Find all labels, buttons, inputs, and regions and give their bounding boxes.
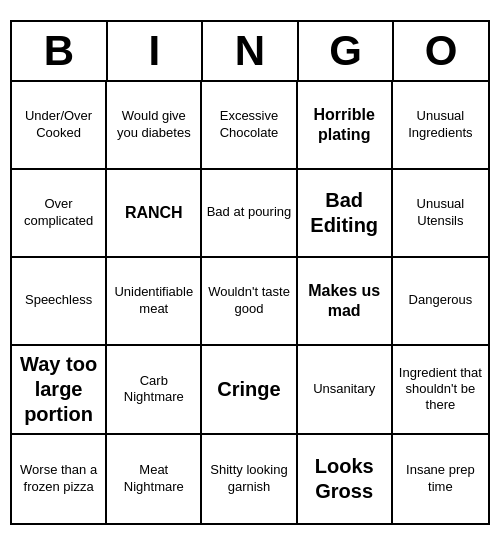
bingo-cell-9[interactable]: Unusual Utensils xyxy=(393,170,488,258)
bingo-cell-15[interactable]: Way too large portion xyxy=(12,346,107,435)
bingo-cell-23[interactable]: Looks Gross xyxy=(298,435,393,523)
bingo-cell-16[interactable]: Carb Nightmare xyxy=(107,346,202,435)
header-letter-o: O xyxy=(394,22,488,80)
bingo-cell-3[interactable]: Horrible plating xyxy=(298,82,393,170)
bingo-cell-18[interactable]: Unsanitary xyxy=(298,346,393,435)
bingo-cell-12[interactable]: Wouldn't taste good xyxy=(202,258,297,346)
bingo-cell-6[interactable]: RANCH xyxy=(107,170,202,258)
bingo-card: BINGO Under/Over CookedWould give you di… xyxy=(10,20,490,525)
header-letter-i: I xyxy=(108,22,204,80)
bingo-cell-0[interactable]: Under/Over Cooked xyxy=(12,82,107,170)
bingo-header: BINGO xyxy=(12,22,488,82)
bingo-cell-10[interactable]: Speechless xyxy=(12,258,107,346)
bingo-cell-8[interactable]: Bad Editing xyxy=(298,170,393,258)
bingo-cell-14[interactable]: Dangerous xyxy=(393,258,488,346)
bingo-cell-22[interactable]: Shitty looking garnish xyxy=(202,435,297,523)
bingo-cell-1[interactable]: Would give you diabetes xyxy=(107,82,202,170)
bingo-cell-24[interactable]: Insane prep time xyxy=(393,435,488,523)
bingo-grid: Under/Over CookedWould give you diabetes… xyxy=(12,82,488,523)
bingo-cell-13[interactable]: Makes us mad xyxy=(298,258,393,346)
header-letter-b: B xyxy=(12,22,108,80)
bingo-cell-5[interactable]: Over complicated xyxy=(12,170,107,258)
header-letter-g: G xyxy=(299,22,395,80)
bingo-cell-2[interactable]: Excessive Chocolate xyxy=(202,82,297,170)
bingo-cell-4[interactable]: Unusual Ingredients xyxy=(393,82,488,170)
bingo-cell-21[interactable]: Meat Nightmare xyxy=(107,435,202,523)
bingo-cell-20[interactable]: Worse than a frozen pizza xyxy=(12,435,107,523)
bingo-cell-11[interactable]: Unidentifiable meat xyxy=(107,258,202,346)
bingo-cell-17[interactable]: Cringe xyxy=(202,346,297,435)
header-letter-n: N xyxy=(203,22,299,80)
bingo-cell-7[interactable]: Bad at pouring xyxy=(202,170,297,258)
bingo-cell-19[interactable]: Ingredient that shouldn't be there xyxy=(393,346,488,435)
